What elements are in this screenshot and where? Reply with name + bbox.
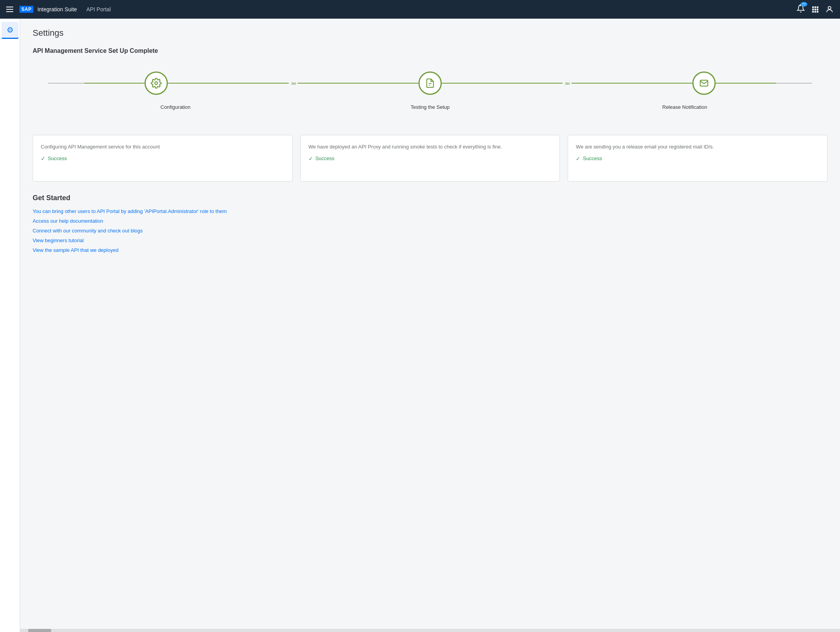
card-configuration-status-label: Success bbox=[48, 155, 67, 161]
step-circle-testing bbox=[418, 72, 442, 95]
link-help-docs[interactable]: Access our help documentation bbox=[33, 218, 828, 224]
line-before-2 bbox=[298, 83, 418, 84]
step-circle-configuration bbox=[145, 72, 168, 95]
card-testing-status: ✓ Success bbox=[308, 155, 552, 162]
app-layout: ⚙ Settings API Management Service Set Up… bbox=[0, 0, 840, 632]
top-navigation: SAP Integration Suite API Portal 77 bbox=[0, 0, 840, 19]
line-after-1 bbox=[168, 83, 289, 84]
setup-section: API Management Service Set Up Complete bbox=[33, 47, 828, 253]
section-name: API Portal bbox=[86, 6, 111, 12]
step-label-notification: Release Notification bbox=[558, 104, 812, 110]
page-title: Settings bbox=[33, 28, 828, 38]
line-start bbox=[48, 83, 84, 84]
steps-container: »» »» bbox=[33, 64, 828, 129]
link-tutorial[interactable]: View beginners tutorial bbox=[33, 237, 828, 243]
grid-icon[interactable] bbox=[811, 5, 819, 13]
steps-row: »» »» bbox=[48, 72, 812, 95]
sidebar-item-settings[interactable]: ⚙ bbox=[2, 22, 19, 39]
arrows-2: »» bbox=[563, 80, 572, 86]
line-end bbox=[776, 83, 812, 84]
svg-point-11 bbox=[155, 82, 158, 85]
bottom-scrollbar bbox=[20, 629, 840, 632]
step-circle-notification bbox=[692, 72, 716, 95]
scroll-thumb[interactable] bbox=[28, 629, 51, 632]
svg-point-10 bbox=[828, 7, 831, 9]
svg-rect-5 bbox=[814, 9, 816, 10]
link-add-users[interactable]: You can bring other users to API Portal … bbox=[33, 208, 828, 214]
card-notification-status-label: Success bbox=[583, 155, 602, 161]
user-icon[interactable] bbox=[825, 5, 834, 14]
svg-rect-7 bbox=[812, 11, 814, 12]
card-notification-status: ✓ Success bbox=[576, 155, 819, 162]
card-configuration-status: ✓ Success bbox=[41, 155, 284, 162]
step-label-testing: Testing the Setup bbox=[303, 104, 557, 110]
svg-rect-2 bbox=[814, 7, 816, 8]
setup-heading: API Management Service Set Up Complete bbox=[33, 47, 828, 54]
card-notification: We are sending you a release email your … bbox=[568, 135, 828, 182]
card-configuration: Configuring API Management service for t… bbox=[33, 135, 293, 182]
card-configuration-text: Configuring API Management service for t… bbox=[41, 143, 284, 151]
card-notification-text: We are sending you a release email your … bbox=[576, 143, 819, 151]
card-testing-text: We have deployed an API Proxy and runnin… bbox=[308, 143, 552, 151]
sidebar: ⚙ bbox=[0, 19, 20, 632]
success-check-icon-2: ✓ bbox=[308, 155, 313, 162]
sap-logo: SAP bbox=[19, 6, 33, 13]
get-started-heading: Get Started bbox=[33, 194, 828, 202]
notification-badge: 77 bbox=[800, 2, 807, 7]
get-started-section: Get Started You can bring other users to… bbox=[33, 194, 828, 253]
arrows-1: »» bbox=[289, 80, 298, 86]
line-before-1 bbox=[84, 83, 145, 84]
svg-rect-8 bbox=[814, 11, 816, 12]
settings-icon: ⚙ bbox=[7, 25, 14, 35]
get-started-links: You can bring other users to API Portal … bbox=[33, 208, 828, 253]
notification-bell[interactable]: 77 bbox=[796, 4, 805, 14]
step-label-configuration: Configuration bbox=[48, 104, 303, 110]
card-testing: We have deployed an API Proxy and runnin… bbox=[300, 135, 560, 182]
svg-rect-4 bbox=[812, 9, 814, 10]
success-check-icon-1: ✓ bbox=[41, 155, 45, 162]
link-community[interactable]: Connect with our community and check out… bbox=[33, 228, 828, 234]
success-check-icon-3: ✓ bbox=[576, 155, 580, 162]
line-before-3 bbox=[572, 83, 692, 84]
steps-labels: Configuration Testing the Setup Release … bbox=[48, 104, 812, 110]
nav-right-actions: 77 bbox=[796, 4, 834, 14]
svg-rect-3 bbox=[817, 7, 818, 8]
main-content: Settings API Management Service Set Up C… bbox=[20, 19, 840, 632]
app-name: Integration Suite bbox=[37, 6, 77, 12]
svg-rect-6 bbox=[817, 9, 818, 10]
svg-rect-9 bbox=[817, 11, 818, 12]
cards-row: Configuring API Management service for t… bbox=[33, 135, 828, 182]
svg-rect-1 bbox=[812, 7, 814, 8]
line-after-2 bbox=[442, 83, 563, 84]
line-after-3 bbox=[716, 83, 776, 84]
link-sample-api[interactable]: View the sample API that we deployed bbox=[33, 247, 828, 253]
card-testing-status-label: Success bbox=[315, 155, 335, 161]
hamburger-menu[interactable] bbox=[6, 7, 13, 12]
